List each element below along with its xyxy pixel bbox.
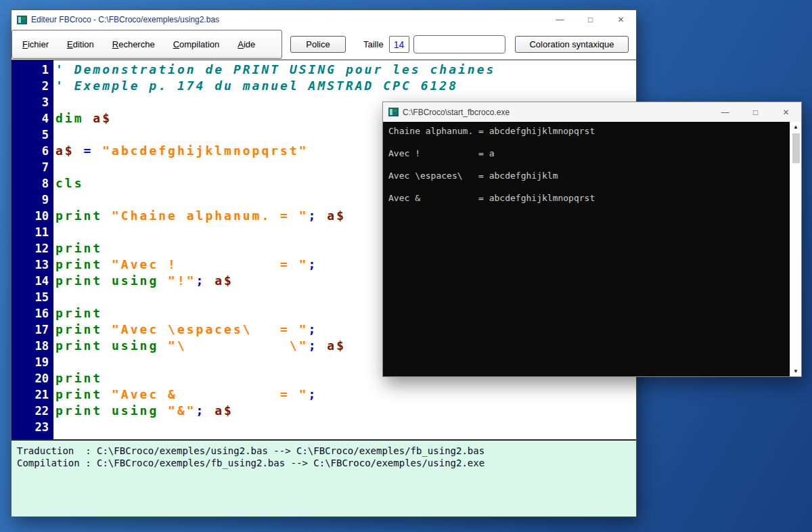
line-number: 17: [12, 322, 49, 338]
menu-aide[interactable]: Aide: [238, 39, 255, 49]
line-number: 4: [12, 110, 49, 127]
line-number: 3: [12, 94, 49, 110]
console-window-controls: — □ ✕: [710, 102, 801, 122]
console-window: C:\FBCroco\start_fbcroco.exe — □ ✕ Chain…: [382, 102, 802, 377]
font-name-box[interactable]: [413, 35, 505, 53]
menu-recherche[interactable]: Recherche: [112, 39, 155, 49]
build-output-line: Traduction : C:\FBCroco/exemples/using2.…: [17, 445, 631, 457]
line-number: 20: [12, 370, 49, 386]
line-number: 10: [12, 208, 49, 224]
console-line: [388, 137, 790, 149]
build-output: Traduction : C:\FBCroco/exemples/using2.…: [12, 439, 636, 516]
editor-window-controls: — □ ✕: [545, 10, 636, 29]
line-number: 11: [12, 224, 49, 240]
taille-label: Taille: [363, 39, 384, 49]
console-close-icon[interactable]: ✕: [771, 102, 801, 122]
console-line: Chaine alphanum. = abcdefghijklmnopqrst: [388, 126, 790, 137]
line-number: 14: [12, 273, 49, 289]
console-maximize-icon[interactable]: □: [740, 102, 771, 122]
code-line[interactable]: ' Demonstration de PRINT USING pour les …: [55, 62, 636, 78]
scroll-down-icon[interactable]: ▼: [790, 366, 801, 376]
line-number: 21: [12, 386, 49, 403]
console-minimize-icon[interactable]: —: [710, 102, 740, 122]
console-body: Chaine alphanum. = abcdefghijklmnopqrst …: [383, 122, 801, 376]
console-line: Avec ! = a: [388, 148, 790, 160]
editor-titlebar[interactable]: Editeur FBCroco - C:\FBCroco/exemples/us…: [12, 10, 636, 29]
scrollbar-thumb[interactable]: [792, 133, 800, 163]
line-number: 5: [12, 127, 49, 143]
coloration-syntaxique-button[interactable]: Coloration syntaxique: [515, 36, 629, 53]
line-number: 8: [12, 175, 49, 192]
close-icon[interactable]: ✕: [606, 10, 636, 29]
line-number: 6: [12, 143, 49, 159]
line-number: 7: [12, 159, 49, 175]
menu-bar: FichierEditionRechercheCompilationAide: [12, 30, 282, 59]
console-app-icon: [388, 108, 399, 116]
console-line: [388, 182, 790, 194]
line-number: 2: [12, 78, 49, 94]
line-number: 23: [12, 419, 49, 435]
console-scrollbar[interactable]: ▲ ▼: [790, 122, 801, 376]
code-line[interactable]: print "Avec & = ";: [55, 386, 636, 403]
menu-compilation[interactable]: Compilation: [173, 39, 220, 49]
line-number: 16: [12, 305, 49, 322]
build-output-line: Compilation : C:\FBCroco/exemples/fb_usi…: [17, 457, 631, 469]
desktop: { "glyphs": { "minimize": "—", "maximize…: [0, 0, 812, 532]
police-button[interactable]: Police: [290, 36, 346, 53]
line-number: 19: [12, 354, 49, 370]
console-window-title: C:\FBCroco\start_fbcroco.exe: [403, 108, 510, 117]
line-number-gutter: 1234567891011121314151617181920212223: [12, 60, 53, 439]
console-titlebar[interactable]: C:\FBCroco\start_fbcroco.exe — □ ✕: [383, 102, 801, 122]
code-line[interactable]: print using "&"; a$: [55, 403, 636, 419]
console-output: Chaine alphanum. = abcdefghijklmnopqrst …: [383, 122, 790, 376]
console-line: [388, 160, 790, 171]
line-number: 1: [12, 62, 49, 78]
maximize-icon[interactable]: □: [575, 10, 606, 29]
line-number: 15: [12, 289, 49, 305]
taille-input[interactable]: [389, 36, 409, 53]
code-line[interactable]: ' Exemple p. 174 du manuel AMSTRAD CPC 6…: [55, 78, 636, 94]
menu-edition[interactable]: Edition: [67, 39, 94, 49]
line-number: 13: [12, 257, 49, 273]
line-number: 18: [12, 338, 49, 354]
line-number: 9: [12, 192, 49, 208]
app-icon: [17, 16, 27, 24]
code-line[interactable]: [55, 419, 636, 435]
scroll-up-icon[interactable]: ▲: [790, 122, 801, 132]
console-line: Avec \espaces\ = abcdefghijklm: [388, 171, 790, 182]
line-number: 12: [12, 240, 49, 257]
console-line: Avec & = abcdefghijklmnopqrst: [388, 193, 790, 204]
editor-window-title: Editeur FBCroco - C:\FBCroco/exemples/us…: [31, 15, 219, 24]
toolbar: FichierEditionRechercheCompilationAide P…: [12, 29, 636, 60]
line-number: 22: [12, 403, 49, 419]
menu-fichier[interactable]: Fichier: [22, 39, 49, 49]
minimize-icon[interactable]: —: [545, 10, 575, 29]
